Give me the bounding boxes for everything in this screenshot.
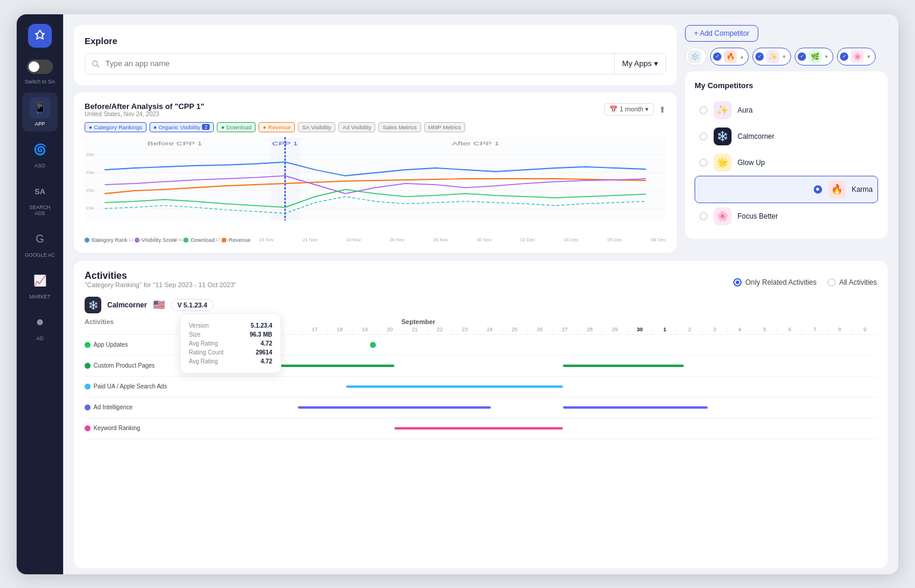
sidebar-item-label-ad: AD xyxy=(36,335,43,341)
activity-cells-keyword xyxy=(177,418,877,438)
tag-revenue[interactable]: ● Revenue xyxy=(259,122,295,132)
competitor-item-focus-better[interactable]: 🌸 Focus Better xyxy=(695,203,878,229)
dot-app-updates xyxy=(85,342,91,348)
avatar-glow-up: 🌟 xyxy=(714,154,732,172)
radio-aura[interactable] xyxy=(699,106,708,114)
dot-keyword xyxy=(85,425,91,431)
pill-check-calmcorner: ✓ xyxy=(798,52,806,61)
date-25: 25 xyxy=(502,326,527,332)
sidebar-item-market[interactable]: 📈 MARKET xyxy=(22,265,58,304)
competitor-pill-focus[interactable]: ✓ 🌸 ▾ xyxy=(837,48,876,66)
add-competitor-button[interactable]: + Add Competitor xyxy=(685,25,758,42)
app-icon: 📱 xyxy=(29,97,51,119)
explore-card: Explore My Apps ▾ xyxy=(74,25,677,85)
avatar-aura: ✨ xyxy=(714,101,732,119)
sidebar-logo[interactable] xyxy=(28,24,52,48)
activity-label-paid-ua: Paid UA / Apple Search Ads xyxy=(85,383,177,390)
competitor-item-karma[interactable]: 🔥 Karma xyxy=(695,176,878,203)
tag-organic-visibility[interactable]: ● Organic Visibility 2 xyxy=(150,122,214,132)
graph-card: Before/After Analysis of "CPP 1" United … xyxy=(74,92,677,253)
activities-title: Activities xyxy=(85,270,236,281)
sidebar-item-aso[interactable]: 🌀 ASO xyxy=(22,134,58,173)
pill-check-aura: ✓ xyxy=(755,52,764,61)
pill-avatar-karma: 🔥 xyxy=(724,50,737,63)
comp-name-calmcorner: Calmcorner xyxy=(737,132,774,141)
radio-only-related[interactable]: Only Related Activities xyxy=(733,278,816,287)
comp-name-glow-up: Glow Up xyxy=(737,158,765,167)
activity-label-cpp: Custom Product Pages xyxy=(85,362,177,369)
date-2: 2 xyxy=(677,326,702,332)
graph-controls: 📅 1 month ▾ ⬆ xyxy=(604,103,666,116)
activity-row-keyword: Keyword Ranking xyxy=(85,418,877,439)
export-icon[interactable]: ⬆ xyxy=(659,105,666,114)
pill-avatar-aura: ✨ xyxy=(766,50,779,63)
cal-header-activities: Activities xyxy=(85,318,177,325)
competitors-panel: + Add Competitor ❄️ ✓ 🔥 ▴ ✓ xyxy=(685,25,888,253)
calendar-icon: 📅 xyxy=(609,105,618,113)
tag-row: ● Category Rankings ● Organic Visibility… xyxy=(85,122,666,132)
my-apps-button[interactable]: My Apps ▾ xyxy=(614,54,665,74)
period-selector[interactable]: 📅 1 month ▾ xyxy=(604,103,654,116)
date-20: 20 xyxy=(377,326,402,332)
app-icon-calmcorner: ❄️ xyxy=(85,297,101,313)
sidebar-item-google-ac[interactable]: G GOOGLE AC xyxy=(22,223,58,263)
radio-focus-better[interactable] xyxy=(699,212,708,220)
competitor-pill-calmcorner[interactable]: ✓ 🌿 ▾ xyxy=(795,48,833,66)
avatar-focus-better: 🌸 xyxy=(714,207,732,225)
sidebar-item-ad[interactable]: AD xyxy=(22,307,58,346)
svg-text:0k: 0k xyxy=(86,206,94,210)
tooltip-row-size: Size 96.3 MB xyxy=(189,330,272,339)
chart-svg: Before CPP 1 CPP 1 After CPP 1 0k xyxy=(85,137,666,232)
version-badge[interactable]: V 5.1.23.4 xyxy=(171,299,214,311)
date-27: 27 xyxy=(552,326,577,332)
competitor-pill-disabled[interactable]: ❄️ xyxy=(685,48,707,66)
activity-label-ad-intel: Ad Intelligence xyxy=(85,404,177,410)
tag-ad-visibility[interactable]: Ad Visibility xyxy=(338,122,375,132)
sidebar-item-app[interactable]: 📱 APP xyxy=(22,92,58,132)
date-6: 6 xyxy=(777,326,802,332)
competitor-item-aura[interactable]: ✨ Aura xyxy=(695,97,878,123)
date-8: 8 xyxy=(827,326,852,332)
competitor-item-glow-up[interactable]: 🌟 Glow Up xyxy=(695,150,878,176)
activities-radio-group: Only Related Activities All Activities xyxy=(733,278,877,287)
cal-month-oct xyxy=(659,318,877,325)
radio-glow-up[interactable] xyxy=(699,158,708,167)
date-17: 17 xyxy=(302,326,327,332)
comp-name-karma: Karma xyxy=(852,185,873,194)
keyword-bar xyxy=(394,427,564,430)
search-input[interactable] xyxy=(105,59,614,68)
radio-karma[interactable] xyxy=(814,185,822,194)
svg-text:After CPP 1: After CPP 1 xyxy=(452,141,499,147)
graph-title-area: Before/After Analysis of "CPP 1" United … xyxy=(85,102,204,117)
app-name-calmcorner: Calmcorner xyxy=(107,301,147,309)
tag-sales-metrics[interactable]: Sales Metrics xyxy=(378,122,421,132)
date-28: 28 xyxy=(577,326,602,332)
toggle-switch[interactable] xyxy=(27,60,53,74)
competitors-list-card: My Competitors ✨ Aura ❄️ Calmcorner xyxy=(685,71,888,239)
date-19: 19 xyxy=(352,326,377,332)
tag-download[interactable]: ● Download xyxy=(217,122,256,132)
sidebar-item-search-ads[interactable]: SA SEARCH ADS xyxy=(22,176,58,221)
comp-name-focus-better: Focus Better xyxy=(737,212,778,220)
comp-name-aura: Aura xyxy=(737,106,752,114)
activities-section: Activities "Category Ranking" for "11 Se… xyxy=(74,261,888,568)
competitor-pill-aura[interactable]: ✓ ✨ ▾ xyxy=(752,48,791,66)
tag-mmp-metrics[interactable]: MMP Metrics xyxy=(424,122,465,132)
app-update-dot xyxy=(370,342,376,348)
radio-all-activities[interactable]: All Activities xyxy=(827,278,877,287)
avatar-calmcorner: ❄️ xyxy=(714,127,732,145)
paid-ua-bar xyxy=(346,385,564,388)
tag-category-rankings[interactable]: ● Category Rankings xyxy=(85,122,147,132)
activities-title-group: Activities "Category Ranking" for "11 Se… xyxy=(85,270,236,294)
cal-months-header: September xyxy=(177,318,877,325)
competitor-pill-karma[interactable]: ✓ 🔥 ▴ xyxy=(710,48,749,66)
date-5: 5 xyxy=(752,326,777,332)
competitor-item-calmcorner[interactable]: ❄️ Calmcorner xyxy=(695,123,878,150)
dot-paid-ua xyxy=(85,384,91,390)
version-tooltip: Version 5.1.23.4 Size 96.3 MB Avg Rating… xyxy=(180,313,281,374)
radio-calmcorner[interactable] xyxy=(699,132,708,141)
graph-header: Before/After Analysis of "CPP 1" United … xyxy=(85,102,666,117)
tag-sa-visibility[interactable]: SA Visibility xyxy=(298,122,335,132)
sidebar-item-label-aso: ASO xyxy=(35,163,45,169)
activity-row-paid-ua: Paid UA / Apple Search Ads xyxy=(85,377,877,397)
